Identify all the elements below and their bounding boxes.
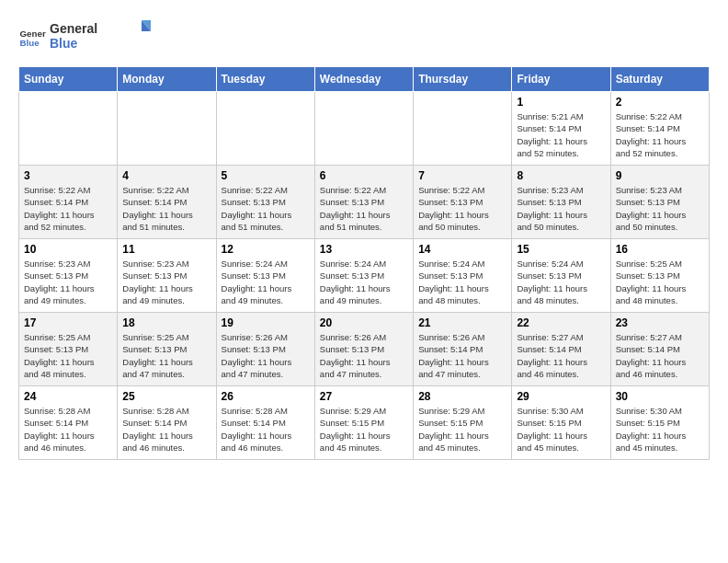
day-number: 25	[122, 390, 210, 403]
day-cell: 28Sunrise: 5:29 AMSunset: 5:15 PMDayligh…	[414, 386, 512, 460]
day-info: Sunrise: 5:22 AMSunset: 5:14 PMDaylight:…	[24, 184, 112, 233]
day-cell: 9Sunrise: 5:23 AMSunset: 5:13 PMDaylight…	[610, 166, 709, 239]
day-cell	[19, 92, 118, 166]
svg-text:General: General	[20, 29, 47, 39]
day-info: Sunrise: 5:26 AMSunset: 5:14 PMDaylight:…	[418, 331, 506, 380]
day-info: Sunrise: 5:29 AMSunset: 5:15 PMDaylight:…	[320, 405, 408, 454]
day-cell: 24Sunrise: 5:28 AMSunset: 5:14 PMDayligh…	[19, 386, 118, 460]
logo-icon: General Blue	[18, 24, 46, 52]
day-number: 7	[418, 169, 506, 182]
day-cell: 11Sunrise: 5:23 AMSunset: 5:13 PMDayligh…	[118, 239, 216, 313]
day-number: 17	[24, 316, 112, 329]
header-row: SundayMondayTuesdayWednesdayThursdayFrid…	[19, 67, 710, 92]
day-number: 13	[320, 243, 408, 256]
day-number: 6	[320, 169, 408, 182]
day-info: Sunrise: 5:22 AMSunset: 5:14 PMDaylight:…	[122, 184, 210, 233]
day-number: 22	[517, 316, 605, 329]
day-info: Sunrise: 5:25 AMSunset: 5:13 PMDaylight:…	[616, 258, 704, 306]
day-info: Sunrise: 5:22 AMSunset: 5:13 PMDaylight:…	[418, 184, 506, 233]
day-number: 20	[320, 316, 408, 329]
day-info: Sunrise: 5:30 AMSunset: 5:15 PMDaylight:…	[616, 405, 704, 454]
day-info: Sunrise: 5:22 AMSunset: 5:14 PMDaylight:…	[616, 110, 704, 159]
day-cell: 23Sunrise: 5:27 AMSunset: 5:14 PMDayligh…	[610, 313, 709, 386]
day-cell: 13Sunrise: 5:24 AMSunset: 5:13 PMDayligh…	[314, 239, 413, 313]
col-header-wednesday: Wednesday	[314, 67, 413, 92]
day-cell: 22Sunrise: 5:27 AMSunset: 5:14 PMDayligh…	[512, 313, 610, 386]
day-number: 30	[616, 390, 704, 403]
day-number: 5	[222, 169, 310, 182]
day-number: 23	[616, 316, 704, 329]
day-cell: 26Sunrise: 5:28 AMSunset: 5:14 PMDayligh…	[216, 386, 314, 460]
day-number: 8	[517, 169, 605, 182]
day-number: 14	[418, 243, 506, 256]
day-number: 27	[320, 390, 408, 403]
day-cell: 16Sunrise: 5:25 AMSunset: 5:13 PMDayligh…	[610, 239, 709, 313]
day-info: Sunrise: 5:24 AMSunset: 5:13 PMDaylight:…	[418, 258, 506, 306]
col-header-monday: Monday	[118, 67, 216, 92]
day-cell: 10Sunrise: 5:23 AMSunset: 5:13 PMDayligh…	[19, 239, 118, 313]
day-number: 2	[616, 96, 704, 109]
day-cell: 21Sunrise: 5:26 AMSunset: 5:14 PMDayligh…	[414, 313, 512, 386]
day-info: Sunrise: 5:26 AMSunset: 5:13 PMDaylight:…	[320, 331, 408, 380]
day-number: 11	[122, 243, 210, 256]
day-info: Sunrise: 5:30 AMSunset: 5:15 PMDaylight:…	[517, 405, 605, 454]
day-cell: 4Sunrise: 5:22 AMSunset: 5:14 PMDaylight…	[118, 166, 216, 239]
week-row-1: 1Sunrise: 5:21 AMSunset: 5:14 PMDaylight…	[19, 92, 710, 166]
day-number: 28	[418, 390, 506, 403]
day-cell: 12Sunrise: 5:24 AMSunset: 5:13 PMDayligh…	[216, 239, 314, 313]
calendar-table: SundayMondayTuesdayWednesdayThursdayFrid…	[18, 66, 710, 460]
day-cell: 15Sunrise: 5:24 AMSunset: 5:13 PMDayligh…	[512, 239, 610, 313]
day-number: 16	[616, 243, 704, 256]
day-cell: 5Sunrise: 5:22 AMSunset: 5:13 PMDaylight…	[216, 166, 314, 239]
day-info: Sunrise: 5:22 AMSunset: 5:13 PMDaylight:…	[222, 184, 310, 233]
day-info: Sunrise: 5:24 AMSunset: 5:13 PMDaylight:…	[222, 258, 310, 306]
day-number: 3	[24, 169, 112, 182]
day-number: 9	[616, 169, 704, 182]
day-number: 12	[222, 243, 310, 256]
logo: General Blue General Blue	[18, 18, 151, 57]
day-info: Sunrise: 5:22 AMSunset: 5:13 PMDaylight:…	[320, 184, 408, 233]
day-number: 24	[24, 390, 112, 403]
day-info: Sunrise: 5:25 AMSunset: 5:13 PMDaylight:…	[24, 331, 112, 380]
day-cell: 8Sunrise: 5:23 AMSunset: 5:13 PMDaylight…	[512, 166, 610, 239]
day-cell: 30Sunrise: 5:30 AMSunset: 5:15 PMDayligh…	[610, 386, 709, 460]
day-info: Sunrise: 5:23 AMSunset: 5:13 PMDaylight:…	[122, 258, 210, 306]
day-cell: 7Sunrise: 5:22 AMSunset: 5:13 PMDaylight…	[414, 166, 512, 239]
day-cell	[216, 92, 314, 166]
day-number: 19	[222, 316, 310, 329]
day-cell: 6Sunrise: 5:22 AMSunset: 5:13 PMDaylight…	[314, 166, 413, 239]
day-info: Sunrise: 5:29 AMSunset: 5:15 PMDaylight:…	[418, 405, 506, 454]
day-cell: 3Sunrise: 5:22 AMSunset: 5:14 PMDaylight…	[19, 166, 118, 239]
day-cell: 17Sunrise: 5:25 AMSunset: 5:13 PMDayligh…	[19, 313, 118, 386]
col-header-thursday: Thursday	[414, 67, 512, 92]
day-number: 10	[24, 243, 112, 256]
day-info: Sunrise: 5:23 AMSunset: 5:13 PMDaylight:…	[616, 184, 704, 233]
day-info: Sunrise: 5:25 AMSunset: 5:13 PMDaylight:…	[122, 331, 210, 380]
day-number: 15	[517, 243, 605, 256]
day-cell: 20Sunrise: 5:26 AMSunset: 5:13 PMDayligh…	[314, 313, 413, 386]
week-row-4: 17Sunrise: 5:25 AMSunset: 5:13 PMDayligh…	[19, 313, 710, 386]
day-number: 21	[418, 316, 506, 329]
day-info: Sunrise: 5:23 AMSunset: 5:13 PMDaylight:…	[24, 258, 112, 306]
day-info: Sunrise: 5:27 AMSunset: 5:14 PMDaylight:…	[517, 331, 605, 380]
day-cell	[314, 92, 413, 166]
day-info: Sunrise: 5:26 AMSunset: 5:13 PMDaylight:…	[222, 331, 310, 380]
day-number: 18	[122, 316, 210, 329]
day-info: Sunrise: 5:28 AMSunset: 5:14 PMDaylight:…	[222, 405, 310, 454]
day-info: Sunrise: 5:28 AMSunset: 5:14 PMDaylight:…	[122, 405, 210, 454]
day-info: Sunrise: 5:27 AMSunset: 5:14 PMDaylight:…	[616, 331, 704, 380]
day-cell	[414, 92, 512, 166]
day-number: 1	[517, 96, 605, 109]
svg-text:Blue: Blue	[20, 38, 40, 48]
day-info: Sunrise: 5:28 AMSunset: 5:14 PMDaylight:…	[24, 405, 112, 454]
day-cell: 29Sunrise: 5:30 AMSunset: 5:15 PMDayligh…	[512, 386, 610, 460]
page-header: General Blue General Blue	[18, 18, 710, 57]
day-number: 4	[122, 169, 210, 182]
day-cell: 18Sunrise: 5:25 AMSunset: 5:13 PMDayligh…	[118, 313, 216, 386]
week-row-2: 3Sunrise: 5:22 AMSunset: 5:14 PMDaylight…	[19, 166, 710, 239]
day-info: Sunrise: 5:23 AMSunset: 5:13 PMDaylight:…	[517, 184, 605, 233]
col-header-tuesday: Tuesday	[216, 67, 314, 92]
svg-text:General: General	[50, 21, 97, 36]
col-header-saturday: Saturday	[610, 67, 709, 92]
day-cell: 2Sunrise: 5:22 AMSunset: 5:14 PMDaylight…	[610, 92, 709, 166]
